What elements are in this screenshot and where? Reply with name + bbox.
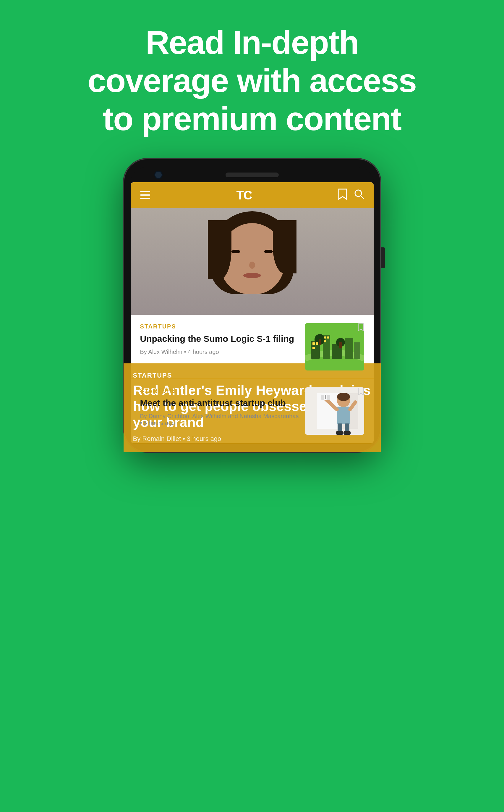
nose	[249, 262, 255, 269]
person-figure	[208, 211, 296, 312]
article-1-category: STARTUPS	[140, 323, 299, 330]
article-2-separator: •	[140, 420, 144, 426]
article-list: STARTUPS Unpacking the Sumo Logic S-1 fi…	[131, 315, 374, 443]
article-item-2[interactable]: STARTUPS Meet the anti-antitrust startup…	[131, 379, 374, 443]
svg-rect-35	[343, 431, 351, 435]
svg-rect-0	[140, 191, 150, 192]
hair-right	[273, 220, 296, 274]
article-1-bookmark[interactable]	[358, 323, 364, 334]
bookmark-icon[interactable]	[338, 188, 347, 202]
phone-screen: TC	[131, 182, 374, 443]
hero-line-2: coverage with access	[88, 62, 417, 99]
article-2-title[interactable]: Meet the anti-antitrust startup club	[140, 397, 299, 409]
hero-line-3: to premium content	[103, 100, 401, 137]
svg-rect-1	[140, 194, 150, 195]
hero-article-image	[131, 208, 374, 315]
svg-point-25	[337, 393, 350, 401]
svg-rect-18	[324, 337, 326, 339]
svg-rect-20	[324, 340, 326, 342]
article-1-thumbnail	[305, 323, 364, 371]
lips	[243, 273, 261, 278]
phone-mockup: TC	[124, 158, 381, 452]
right-eye	[264, 250, 273, 253]
search-icon[interactable]	[354, 189, 364, 201]
app-logo: TC	[236, 188, 252, 202]
article-1-title[interactable]: Unpacking the Sumo Logic S-1 filing	[140, 333, 299, 344]
app-header: TC	[131, 182, 374, 208]
svg-rect-32	[338, 423, 342, 432]
svg-rect-19	[327, 337, 329, 339]
article-1-separator: •	[184, 349, 188, 355]
article-item[interactable]: STARTUPS Unpacking the Sumo Logic S-1 fi…	[131, 315, 374, 379]
hero-heading: Read In-depth coverage with access to pr…	[58, 0, 446, 156]
phone-camera	[154, 171, 163, 179]
article-1-author: By Alex Wilhelm	[140, 349, 182, 355]
svg-rect-16	[316, 342, 318, 345]
svg-rect-15	[312, 342, 315, 345]
phone-speaker	[226, 172, 279, 177]
article-2-bookmark[interactable]	[358, 387, 364, 398]
person-head-area	[208, 211, 296, 312]
phone-body: TC	[124, 158, 381, 452]
menu-icon[interactable]	[140, 190, 150, 201]
phone-side-button	[381, 248, 385, 268]
svg-rect-2	[140, 198, 150, 199]
svg-rect-34	[336, 431, 343, 435]
svg-rect-12	[319, 339, 321, 345]
article-2-thumbnail	[305, 387, 364, 435]
article-2-category: STARTUPS	[140, 387, 299, 394]
svg-rect-26	[337, 407, 350, 424]
article-1-time: 4 hours ago	[188, 349, 219, 355]
left-eye	[231, 250, 240, 253]
svg-rect-33	[345, 423, 349, 432]
article-2-time: 5 hours ago	[144, 420, 175, 426]
article-2-author: By Danny Crichton, Alex Wilhelm and Nata…	[140, 413, 299, 419]
hair-left	[208, 220, 231, 279]
svg-line-4	[361, 195, 364, 198]
hero-line-1: Read In-depth	[145, 24, 359, 61]
header-icons	[338, 188, 364, 202]
hero-person-bg	[131, 208, 374, 315]
svg-rect-10	[354, 342, 360, 359]
article-1-meta: By Alex Wilhelm • 4 hours ago	[140, 349, 299, 355]
svg-rect-14	[339, 342, 342, 348]
article-content-1: STARTUPS Unpacking the Sumo Logic S-1 fi…	[140, 323, 299, 355]
svg-rect-9	[345, 338, 353, 359]
svg-rect-17	[312, 347, 315, 349]
article-2-meta: By Danny Crichton, Alex Wilhelm and Nata…	[140, 413, 299, 426]
phone-top-bar	[131, 167, 374, 182]
article-content-2: STARTUPS Meet the anti-antitrust startup…	[140, 387, 299, 426]
